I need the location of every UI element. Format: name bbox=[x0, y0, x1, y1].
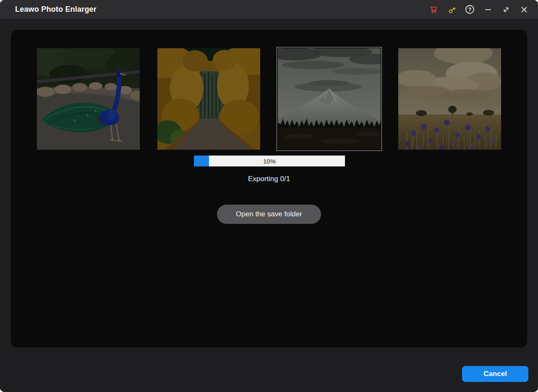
window-title: Leawo Photo Enlarger bbox=[15, 5, 97, 14]
progress-percent-label: 10% bbox=[194, 156, 345, 166]
cancel-button[interactable]: Cancel bbox=[462, 366, 528, 382]
autumn-road-image bbox=[157, 48, 260, 150]
thumbnail-mountain[interactable] bbox=[278, 48, 381, 150]
close-icon bbox=[520, 6, 528, 13]
close-button[interactable] bbox=[515, 0, 533, 19]
cart-button[interactable] bbox=[425, 0, 443, 19]
titlebar: Leawo Photo Enlarger bbox=[0, 0, 538, 19]
progress-bar: 10% bbox=[194, 156, 345, 166]
titlebar-actions: ? bbox=[425, 0, 533, 19]
peacock-image bbox=[37, 48, 140, 150]
thumbnail-peacock[interactable] bbox=[37, 48, 140, 150]
thumbnail-autumn-road[interactable] bbox=[157, 48, 260, 150]
meadow-image bbox=[398, 48, 501, 150]
key-icon bbox=[447, 5, 457, 14]
help-icon: ? bbox=[465, 5, 475, 14]
minimize-button[interactable] bbox=[479, 0, 497, 19]
help-button[interactable]: ? bbox=[461, 0, 479, 19]
minimize-icon bbox=[484, 6, 492, 13]
content-panel: 10% Exporting 0/1 Open the save folder bbox=[10, 29, 528, 348]
mountain-image bbox=[278, 48, 381, 150]
open-save-folder-button[interactable]: Open the save folder bbox=[217, 205, 321, 224]
export-status-text: Exporting 0/1 bbox=[11, 175, 527, 183]
register-button[interactable] bbox=[443, 0, 461, 19]
expand-icon bbox=[502, 6, 510, 13]
maximize-button[interactable] bbox=[497, 0, 515, 19]
thumbnail-row bbox=[11, 48, 527, 150]
cart-icon bbox=[429, 5, 439, 14]
app-window: Leawo Photo Enlarger bbox=[0, 0, 538, 392]
svg-text:?: ? bbox=[468, 7, 471, 13]
thumbnail-meadow-flowers[interactable] bbox=[398, 48, 501, 150]
